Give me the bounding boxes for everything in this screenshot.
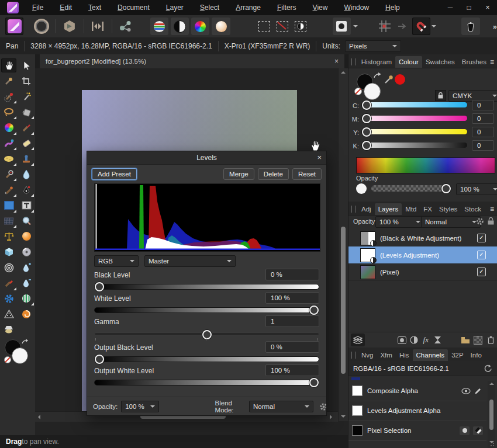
split-view-tool[interactable] [19,291,34,305]
master-dropdown[interactable]: Master [144,255,236,267]
burn-brush-tool[interactable] [19,276,34,290]
snapping-toggle-button[interactable] [412,18,430,35]
picked-colour-swatch[interactable] [395,74,405,85]
maximize-button[interactable]: □ [460,0,478,15]
group-layers-button[interactable] [459,334,472,346]
new-layer-button[interactable] [472,334,485,346]
white-level-slider[interactable] [94,307,319,313]
layer-visibility-checkbox[interactable]: ✓ [477,268,486,276]
channels-scroll-thumb[interactable] [489,400,493,430]
tab-32p[interactable]: 32P [448,349,467,361]
cyan-thumb[interactable] [362,100,371,110]
colour-picker-icon[interactable] [384,74,394,85]
tab-styles[interactable]: Styles [436,203,461,215]
tab-mtd[interactable]: Mtd [402,203,420,215]
vertical-scrollbar[interactable] [338,68,348,421]
eye-icon[interactable] [461,388,471,394]
no-colour-icon[interactable] [4,356,12,364]
levels-dialog-close-icon[interactable]: × [317,153,322,162]
selection-brush-tool[interactable] [1,89,16,103]
pen-tool[interactable] [19,183,34,197]
menu-window[interactable]: Window [336,1,377,14]
gamma-slider[interactable] [94,332,319,336]
tool-colour-well[interactable] [4,339,33,369]
tab-brushes[interactable]: Brushes [458,56,490,68]
delete-adjustment-button[interactable]: Delete [258,168,289,180]
units-dropdown[interactable]: Pixels [345,40,401,52]
twirl-tool[interactable] [19,307,34,321]
rectangle-tool[interactable] [1,199,16,213]
auto-colour-button[interactable] [191,18,209,35]
vertical-scroll-thumb[interactable] [341,227,346,374]
sponge-tool[interactable] [1,152,16,166]
tone-mapping-persona-button[interactable] [88,18,106,35]
flood-fill-tool[interactable] [19,105,34,119]
blur-tool[interactable] [19,167,34,181]
colour-replacement-tool[interactable] [1,276,16,290]
scroll-right-arrow[interactable] [330,415,332,419]
magenta-value[interactable]: 0 [472,113,494,124]
black-level-slider[interactable] [94,284,319,290]
output-white-level-slider[interactable] [94,380,319,386]
dialog-opacity-dropdown[interactable]: 100 % [121,401,158,412]
tab-channels[interactable]: Channels [413,349,448,361]
output-black-level-thumb[interactable] [95,355,104,364]
toolbar-overflow-chevron[interactable]: » [493,22,497,31]
layers-panel-menu-icon[interactable]: ≡ [490,205,494,213]
tab-colour[interactable]: Colour [395,56,422,68]
panel-resize-grip[interactable] [489,441,495,447]
white-level-value[interactable]: 100 % [265,292,319,304]
spectrum-bar[interactable] [356,157,495,173]
key-slider[interactable] [362,143,467,148]
channel-row-composite-alpha[interactable]: Composite Alpha [348,381,486,401]
cyan-slider[interactable] [362,102,467,107]
channel-row-pixel-selection[interactable]: Pixel Selection [348,421,486,441]
no-colour-icon[interactable] [354,87,363,96]
auto-white-balance-button[interactable] [212,18,230,35]
gamma-thumb[interactable] [202,330,212,339]
channel-row-levels-adjustment-alpha[interactable]: Levels Adjustment Alpha [348,401,486,421]
cyan-value[interactable]: 0 [472,100,494,110]
frame-text-tool[interactable] [19,199,34,213]
yellow-slider[interactable] [362,129,467,134]
crop-tool[interactable] [19,74,34,88]
levels-dialog-titlebar[interactable]: Levels × [87,151,326,165]
export-persona-button[interactable] [117,18,135,35]
menu-select[interactable]: Select [192,1,227,14]
layers-opacity-dropdown[interactable]: 100 % [375,216,424,228]
dodge-brush-tool[interactable] [19,261,34,275]
delete-layer-button[interactable] [485,334,497,346]
panel-opacity-thumb[interactable] [441,184,451,193]
menu-arrange[interactable]: Arrange [228,1,268,14]
menu-document[interactable]: Document [110,1,157,14]
smudge-tool[interactable] [1,183,16,197]
gamma-value[interactable]: 1 [265,315,319,327]
erase-tool[interactable] [19,136,34,150]
white-level-thumb[interactable] [309,305,319,315]
channels-scrollbar[interactable] [488,381,495,448]
adjustment-layer-button[interactable] [408,334,420,346]
dialog-settings-gear-icon[interactable] [319,402,326,411]
yellow-value[interactable]: 0 [472,127,494,137]
lighting-tool[interactable] [1,322,16,336]
menu-edit[interactable]: Edit [52,1,80,14]
deselect-button[interactable] [273,18,291,35]
pencil-icon[interactable] [474,387,482,395]
swap-colours-icon[interactable] [373,72,382,79]
fill-colour-swatch[interactable] [12,348,28,364]
menu-layer[interactable]: Layer [158,1,191,14]
layers-drag-handle[interactable] [351,206,356,213]
layers-blend-dropdown[interactable]: Normal [421,216,481,228]
snapping-presets-button[interactable] [375,18,394,35]
snapping-caret[interactable] [430,18,438,35]
layer-row-bw-adjustment[interactable]: (Black & White Adjustment) ✓ [348,230,497,247]
document-tab-close-icon[interactable]: × [334,57,344,65]
tab-histogram[interactable]: Histogram [358,56,395,68]
stacked-layers-button[interactable] [351,334,365,346]
quick-mask-button[interactable] [333,18,351,35]
tab-nvg[interactable]: Nvg [358,349,377,361]
minimize-button[interactable]: ─ [441,0,460,15]
zoom-tool[interactable] [19,214,34,228]
move-tool[interactable] [19,58,34,72]
auto-contrast-button[interactable] [171,18,189,35]
